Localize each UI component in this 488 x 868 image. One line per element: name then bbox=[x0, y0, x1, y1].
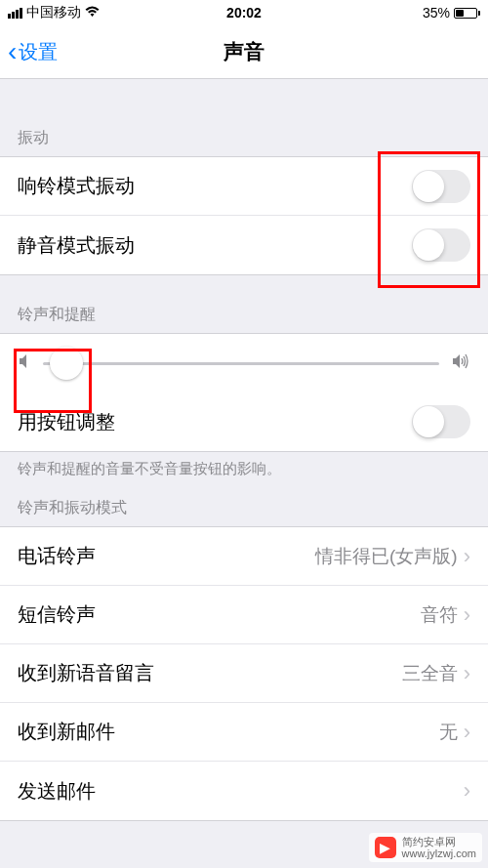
chevron-right-icon: › bbox=[464, 661, 470, 686]
nav-bar: ‹ 设置 声音 bbox=[0, 25, 488, 79]
row-ring-vibrate: 响铃模式振动 bbox=[0, 157, 488, 216]
status-left: 中国移动 bbox=[8, 4, 100, 21]
status-right: 35% bbox=[423, 5, 480, 21]
ring-vibrate-label: 响铃模式振动 bbox=[18, 173, 412, 199]
mail-label: 收到新邮件 bbox=[18, 719, 439, 745]
silent-vibrate-label: 静音模式振动 bbox=[18, 232, 412, 259]
button-adjust-label: 用按钮调整 bbox=[18, 409, 412, 435]
watermark-line1: 简约安卓网 bbox=[402, 836, 476, 847]
chevron-right-icon: › bbox=[464, 544, 470, 569]
section-header-vibrate: 振动 bbox=[0, 110, 488, 156]
call-ringtone-value: 情非得已(女声版) bbox=[315, 544, 458, 569]
watermark-line2: www.jylzwj.com bbox=[402, 847, 476, 859]
volume-high-icon bbox=[451, 353, 470, 374]
ring-vibrate-toggle[interactable] bbox=[412, 170, 470, 203]
chevron-right-icon: › bbox=[464, 720, 470, 745]
section-header-pattern: 铃声和振动模式 bbox=[0, 484, 488, 526]
status-time: 20:02 bbox=[226, 5, 262, 21]
watermark: ▶ 简约安卓网 www.jylzwj.com bbox=[369, 833, 482, 862]
silent-vibrate-toggle[interactable] bbox=[412, 228, 470, 262]
row-voicemail[interactable]: 收到新语音留言 三全音 › bbox=[0, 644, 488, 703]
sms-ringtone-value: 音符 bbox=[421, 602, 458, 628]
voicemail-label: 收到新语音留言 bbox=[18, 660, 402, 686]
page-title: 声音 bbox=[224, 38, 264, 65]
back-label: 设置 bbox=[19, 39, 58, 65]
battery-icon bbox=[454, 8, 480, 19]
mail-value: 无 bbox=[439, 720, 458, 745]
voicemail-value: 三全音 bbox=[402, 661, 458, 686]
call-ringtone-label: 电话铃声 bbox=[18, 543, 315, 569]
section-footer-note: 铃声和提醒的音量不受音量按钮的影响。 bbox=[0, 452, 488, 484]
signal-icon bbox=[8, 8, 22, 19]
row-silent-vibrate: 静音模式振动 bbox=[0, 216, 488, 274]
row-send-mail[interactable]: 发送邮件 › bbox=[0, 762, 488, 820]
wifi-icon bbox=[85, 6, 100, 21]
chevron-left-icon: ‹ bbox=[8, 36, 17, 67]
slider-thumb[interactable] bbox=[50, 347, 83, 380]
status-bar: 中国移动 20:02 35% bbox=[0, 0, 488, 25]
carrier-label: 中国移动 bbox=[26, 4, 81, 21]
back-button[interactable]: ‹ 设置 bbox=[8, 36, 58, 67]
row-sms-ringtone[interactable]: 短信铃声 音符 › bbox=[0, 586, 488, 644]
ringtone-list: 用按钮调整 bbox=[0, 333, 488, 452]
row-button-adjust: 用按钮调整 bbox=[0, 393, 488, 451]
row-call-ringtone[interactable]: 电话铃声 情非得已(女声版) › bbox=[0, 527, 488, 586]
pattern-list: 电话铃声 情非得已(女声版) › 短信铃声 音符 › 收到新语音留言 三全音 ›… bbox=[0, 526, 488, 821]
chevron-right-icon: › bbox=[464, 778, 470, 804]
battery-pct: 35% bbox=[423, 5, 450, 21]
chevron-right-icon: › bbox=[464, 602, 470, 628]
row-mail[interactable]: 收到新邮件 无 › bbox=[0, 703, 488, 762]
section-header-ringtone: 铃声和提醒 bbox=[0, 275, 488, 333]
send-mail-label: 发送邮件 bbox=[18, 778, 458, 805]
button-adjust-toggle[interactable] bbox=[412, 405, 470, 438]
volume-slider-row bbox=[0, 334, 488, 393]
volume-low-icon bbox=[18, 353, 31, 374]
volume-slider[interactable] bbox=[43, 362, 439, 365]
vibrate-list: 响铃模式振动 静音模式振动 bbox=[0, 156, 488, 275]
watermark-logo-icon: ▶ bbox=[375, 837, 396, 858]
sms-ringtone-label: 短信铃声 bbox=[18, 601, 421, 628]
